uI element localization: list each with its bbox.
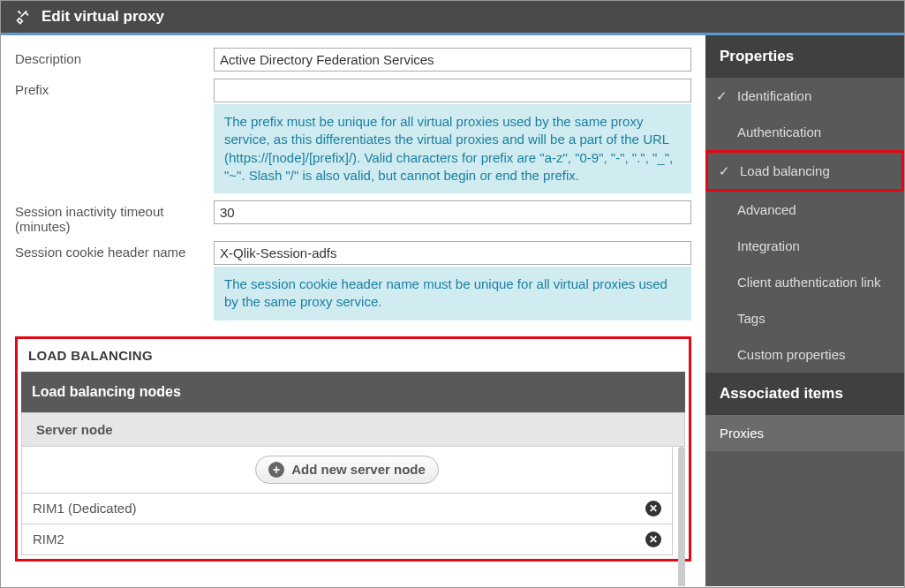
- prefix-label: Prefix: [15, 79, 214, 97]
- sidebar-item-integration[interactable]: Integration: [705, 228, 904, 264]
- cookie-info: The session cookie header name must be u…: [214, 267, 691, 320]
- edit-icon: [15, 8, 33, 26]
- sidebar-item-label: Load balancing: [740, 163, 830, 178]
- sidebar-item-label: Advanced: [737, 202, 796, 217]
- sidebar-item-label: Custom properties: [737, 347, 846, 362]
- description-label: Description: [15, 48, 214, 66]
- sidebar-item-label: Proxies: [720, 426, 764, 441]
- sidebar-item-tags[interactable]: Tags: [705, 300, 904, 336]
- load-balancing-title: LOAD BALANCING: [21, 343, 685, 372]
- sidebar: Properties ✓ Identification Authenticati…: [705, 35, 904, 586]
- cookie-input[interactable]: [214, 241, 691, 265]
- server-node-row[interactable]: RIM2 ✕: [21, 524, 673, 555]
- timeout-input[interactable]: [214, 200, 691, 224]
- server-node-row[interactable]: RIM1 (Dedicated) ✕: [21, 494, 673, 524]
- properties-title: Properties: [705, 35, 904, 78]
- sidebar-item-label: Tags: [737, 311, 765, 326]
- remove-node-icon[interactable]: ✕: [645, 531, 661, 547]
- main-panel: Description Prefix The prefix must be un…: [1, 35, 705, 586]
- sidebar-item-advanced[interactable]: Advanced: [705, 192, 904, 228]
- load-balancing-subheader: Load balancing nodes: [21, 372, 685, 412]
- sidebar-item-custom-properties[interactable]: Custom properties: [705, 336, 904, 373]
- check-icon: ✓: [719, 163, 730, 179]
- prefix-input[interactable]: [214, 79, 691, 102]
- add-row: + Add new server node: [21, 447, 673, 494]
- sidebar-item-proxies[interactable]: Proxies: [705, 415, 904, 451]
- add-server-node-button[interactable]: + Add new server node: [255, 456, 439, 484]
- page-header: Edit virtual proxy: [1, 1, 904, 33]
- sidebar-item-label: Client authentication link: [737, 275, 881, 290]
- server-node-column-header: Server node: [21, 412, 685, 447]
- server-node-name: RIM1 (Dedicated): [33, 501, 137, 516]
- sidebar-item-label: Authentication: [737, 124, 821, 139]
- sidebar-item-label: Identification: [737, 88, 811, 103]
- server-node-name: RIM2: [33, 531, 64, 547]
- sidebar-item-load-balancing[interactable]: ✓ Load balancing: [708, 153, 901, 189]
- sidebar-highlight: ✓ Load balancing: [705, 150, 904, 192]
- prefix-info: The prefix must be unique for all virtua…: [214, 104, 691, 193]
- sidebar-item-label: Integration: [737, 238, 800, 253]
- timeout-label: Session inactivity timeout (minutes): [15, 200, 214, 234]
- plus-icon: +: [268, 462, 284, 478]
- page-title: Edit virtual proxy: [41, 8, 164, 26]
- sidebar-item-client-auth-link[interactable]: Client authentication link: [705, 264, 904, 300]
- check-icon: ✓: [716, 88, 728, 104]
- remove-node-icon[interactable]: ✕: [645, 501, 661, 516]
- description-input[interactable]: [214, 48, 691, 72]
- add-button-label: Add new server node: [291, 462, 426, 477]
- cookie-label: Session cookie header name: [15, 241, 214, 260]
- sidebar-item-identification[interactable]: ✓ Identification: [705, 78, 904, 114]
- associated-items-title: Associated items: [705, 373, 904, 415]
- sidebar-item-authentication[interactable]: Authentication: [705, 114, 904, 150]
- scrollbar[interactable]: [678, 447, 685, 587]
- load-balancing-highlight: LOAD BALANCING Load balancing nodes Serv…: [15, 336, 691, 562]
